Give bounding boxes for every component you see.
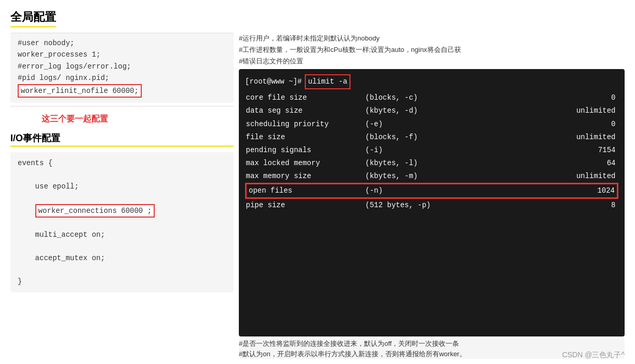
bottom-comment-1: #是否一次性将监听到的连接全接收进来，默认为off，关闭时一次接收一条 [239,339,625,349]
right-comment-1: #运行用户，若编译时未指定则默认认为nobody [239,34,380,42]
io-section-label: I/O事件配置 [10,132,234,147]
row-value-3: 0 [449,118,618,131]
table-row: scheduling priority (-e) 0 [246,118,618,131]
row-unit-2: (kbytes, -d) [366,104,449,117]
right-comment-3: #错误日志文件的位置 [239,57,303,65]
row-unit-3: (-e) [366,118,449,131]
code-line-2: worker_processes 1; [18,49,226,60]
row-unit-8: (-n) [366,184,449,198]
table-row: max memory size (kbytes, -m) unlimited [246,170,618,184]
row-unit-1: (blocks, -c) [366,91,449,104]
events-line-1: events { [18,157,226,169]
events-line-4: multi_accept on; [18,229,226,240]
table-row: data seg size (kbytes, -d) unlimited [246,104,618,117]
row-name-4: file size [246,131,366,144]
title-section: 全局配置 [0,0,635,33]
row-unit-4: (blocks, -f) [366,131,449,144]
events-line-6: } [18,276,226,287]
row-value-9: 8 [449,198,618,212]
terminal-table: core file size (blocks, -c) 0 data seg s… [245,91,618,212]
right-comment-2: #工作进程数量，一般设置为和cPu核数一样;设置为auto，nginx将会自己获 [239,46,461,53]
events-line-5: accept_mutex on; [18,252,226,264]
open-files-row: open files (-n) 1024 [246,184,618,198]
table-row: pipe size (512 bytes, -p) 8 [246,198,618,212]
terminal-header: [root@www ~]# ulimit -a [245,74,618,89]
right-panel: #运行用户，若编译时未指定则默认认为nobody #工作进程数量，一般设置为和c… [239,33,625,359]
terminal: [root@www ~]# ulimit -a core file size (… [239,69,625,336]
row-name-1: core file size [246,91,366,104]
table-row: pending signals (-i) 7154 [246,144,618,157]
row-name-6: max locked memory [246,157,366,170]
events-line-3: worker_connections 60000 ; [18,204,226,218]
terminal-prompt: [root@www ~]# [245,76,302,88]
row-value-7: unlimited [449,170,618,184]
table-row: max locked memory (kbytes, -l) 64 [246,157,618,170]
page-title: 全局配置 [10,9,56,28]
row-value-8: 1024 [449,184,618,198]
main-content: #user nobody; worker_processes 1; #error… [0,33,635,364]
table-row: core file size (blocks, -c) 0 [246,91,618,104]
row-unit-7: (kbytes, -m) [366,170,449,184]
row-value-4: unlimited [449,131,618,144]
events-line-2: use epoll; [18,181,226,192]
terminal-cmd: ulimit -a [305,74,350,89]
row-name-5: pending signals [246,144,366,157]
code-line-3: #error_log logs/error.log; [18,61,226,72]
divider-1 [10,106,234,106]
annotation-text: 这三个要一起配置 [42,114,234,125]
row-name-3: scheduling priority [246,118,366,131]
row-unit-5: (-i) [366,144,449,157]
page-wrapper: 全局配置 #user nobody; worker_processes 1; #… [0,0,635,364]
table-row: file size (blocks, -f) unlimited [246,131,618,144]
code-line-5: worker_rlinit_nofile 60000; [18,84,226,98]
code-line-4: #pid logs/ nginx.pid; [18,72,226,84]
row-name-8: open files [246,184,366,198]
row-name-2: data seg size [246,104,366,117]
row-value-6: 64 [449,157,618,170]
row-value-2: unlimited [449,104,618,117]
highlighted-connections: worker_connections 60000 ; [35,204,155,218]
code-line-1: #user nobody; [18,37,226,49]
highlighted-nofile: worker_rlinit_nofile 60000; [18,84,142,98]
right-comments-top: #运行用户，若编译时未指定则默认认为nobody #工作进程数量，一般设置为和c… [239,33,625,69]
left-panel: #user nobody; worker_processes 1; #error… [10,33,234,359]
row-name-7: max memory size [246,170,366,184]
watermark: CSDN @三色丸子^ [562,350,625,360]
events-code-block: events { use epoll; worker_connections 6… [10,152,234,292]
row-value-1: 0 [449,91,618,104]
global-code-block: #user nobody; worker_processes 1; #error… [10,33,234,103]
row-name-9: pipe size [246,198,366,212]
row-value-5: 7154 [449,144,618,157]
row-unit-9: (512 bytes, -p) [366,198,449,212]
row-unit-6: (kbytes, -l) [366,157,449,170]
